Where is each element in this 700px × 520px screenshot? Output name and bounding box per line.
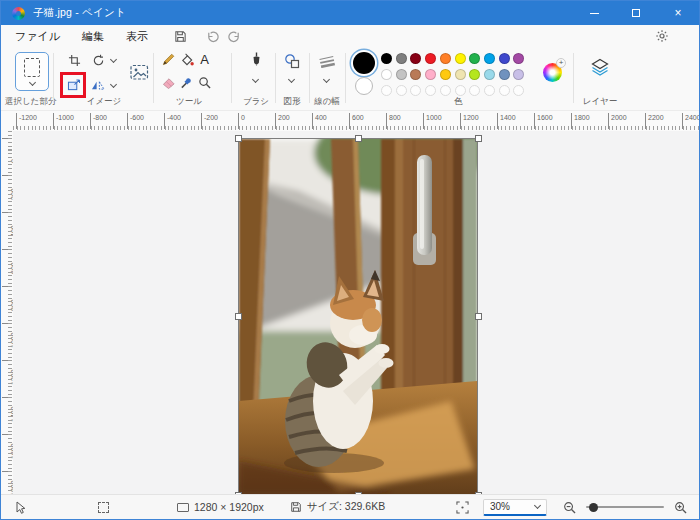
- paint-logo-icon: [12, 7, 25, 20]
- maximize-button[interactable]: [615, 1, 657, 25]
- palette-color[interactable]: [381, 69, 392, 80]
- palette-color[interactable]: [440, 53, 451, 64]
- remove-background-icon: [130, 64, 149, 81]
- shapes-chevron-icon[interactable]: [288, 76, 295, 83]
- rotate-icon: [92, 54, 105, 67]
- palette-empty-slot[interactable]: [484, 85, 495, 96]
- selection-size-icon: [98, 502, 109, 513]
- resize-button[interactable]: [65, 76, 83, 94]
- tools-group-label: ツール: [157, 96, 221, 108]
- close-button[interactable]: ×: [657, 1, 699, 25]
- brush-button[interactable]: [247, 50, 265, 70]
- fit-screen-button[interactable]: [456, 501, 469, 514]
- rotate-chevron-icon[interactable]: [110, 56, 117, 63]
- selection-handle[interactable]: [355, 135, 362, 142]
- menu-item-edit[interactable]: 編集: [71, 26, 115, 47]
- menu-item-file[interactable]: ファイル: [4, 26, 71, 47]
- crop-button[interactable]: [65, 51, 83, 69]
- file-size-indicator: サイズ: 329.6KB: [290, 500, 385, 514]
- pencil-tool-button[interactable]: [160, 51, 177, 68]
- redo-icon: [228, 30, 241, 43]
- palette-color[interactable]: [455, 53, 466, 64]
- zoom-out-icon: [563, 501, 576, 514]
- zoom-slider-thumb[interactable]: [589, 503, 598, 512]
- palette-color[interactable]: [455, 69, 466, 80]
- color1-swatch[interactable]: [353, 52, 375, 74]
- colors-group: 色: [347, 47, 569, 111]
- palette-color[interactable]: [484, 53, 495, 64]
- zoom-dropdown-chevron-icon: [534, 502, 541, 509]
- minimize-button[interactable]: [573, 1, 615, 25]
- palette-empty-slot[interactable]: [499, 85, 510, 96]
- layers-icon: [591, 58, 609, 76]
- edit-color-button[interactable]: [543, 63, 562, 82]
- redo-button[interactable]: [223, 27, 245, 45]
- remove-background-button[interactable]: [127, 60, 151, 84]
- canvas-photo[interactable]: [238, 138, 478, 494]
- menu-item-view[interactable]: 表示: [115, 26, 159, 47]
- palette-color[interactable]: [469, 69, 480, 80]
- fill-tool-button[interactable]: [178, 51, 195, 68]
- palette-empty-slot[interactable]: [381, 85, 392, 96]
- colors-group-label: 色: [347, 96, 569, 108]
- canvas-workarea[interactable]: [13, 131, 699, 494]
- palette-color[interactable]: [410, 69, 421, 80]
- text-tool-button[interactable]: A: [196, 51, 213, 68]
- line-width-button[interactable]: [317, 53, 337, 69]
- undo-icon: [206, 30, 219, 43]
- zoom-slider[interactable]: [586, 506, 664, 508]
- palette-color[interactable]: [425, 53, 436, 64]
- eraser-tool-button[interactable]: [160, 74, 177, 91]
- zoom-in-button[interactable]: [674, 501, 687, 514]
- flip-button[interactable]: [89, 76, 107, 94]
- palette-color[interactable]: [410, 53, 421, 64]
- undo-button[interactable]: [201, 27, 223, 45]
- zoom-out-button[interactable]: [563, 501, 576, 514]
- rotate-button[interactable]: [89, 51, 107, 69]
- palette-color[interactable]: [499, 53, 510, 64]
- tools-group: A ツール: [157, 47, 221, 111]
- selection-handle[interactable]: [475, 135, 482, 142]
- resize-icon: [67, 79, 81, 91]
- zoom-dropdown[interactable]: 30%: [483, 499, 547, 516]
- palette-empty-slot[interactable]: [425, 85, 436, 96]
- palette-color[interactable]: [513, 69, 524, 80]
- palette-color[interactable]: [381, 53, 392, 64]
- palette-color[interactable]: [396, 69, 407, 80]
- magnifier-tool-button[interactable]: [196, 74, 213, 91]
- color-picker-button[interactable]: [178, 74, 195, 91]
- selection-handle[interactable]: [475, 313, 482, 320]
- palette-empty-slot[interactable]: [440, 85, 451, 96]
- palette-empty-slot[interactable]: [455, 85, 466, 96]
- palette-color[interactable]: [425, 69, 436, 80]
- palette-empty-slot[interactable]: [410, 85, 421, 96]
- shapes-group: 図形: [277, 47, 307, 111]
- flip-chevron-icon[interactable]: [110, 81, 117, 88]
- canvas-size-indicator: 1280 × 1920px: [177, 501, 264, 513]
- selection-handle[interactable]: [235, 313, 242, 320]
- color2-swatch[interactable]: [355, 77, 373, 95]
- ruler-corner: [1, 111, 13, 131]
- canvas-size-text: 1280 × 1920px: [194, 501, 264, 513]
- selection-tool-button[interactable]: [15, 52, 49, 91]
- palette-empty-slot[interactable]: [513, 85, 524, 96]
- palette-color[interactable]: [513, 53, 524, 64]
- palette-empty-slot[interactable]: [469, 85, 480, 96]
- palette-color[interactable]: [469, 53, 480, 64]
- brush-chevron-icon[interactable]: [252, 76, 259, 83]
- palette-color[interactable]: [396, 53, 407, 64]
- palette-color[interactable]: [440, 69, 451, 80]
- line-width-group-label: 線の幅: [311, 96, 343, 108]
- palette-color[interactable]: [484, 69, 495, 80]
- selection-handle[interactable]: [235, 135, 242, 142]
- shapes-button[interactable]: [282, 51, 302, 71]
- dashed-selection-icon: [24, 58, 40, 77]
- palette-empty-slot[interactable]: [396, 85, 407, 96]
- shapes-icon: [284, 53, 300, 69]
- save-button[interactable]: [169, 27, 191, 45]
- image-group: イメージ: [57, 47, 151, 111]
- palette-color[interactable]: [499, 69, 510, 80]
- settings-button[interactable]: [651, 27, 673, 45]
- line-width-chevron-icon[interactable]: [323, 76, 330, 83]
- layers-button[interactable]: [589, 56, 611, 78]
